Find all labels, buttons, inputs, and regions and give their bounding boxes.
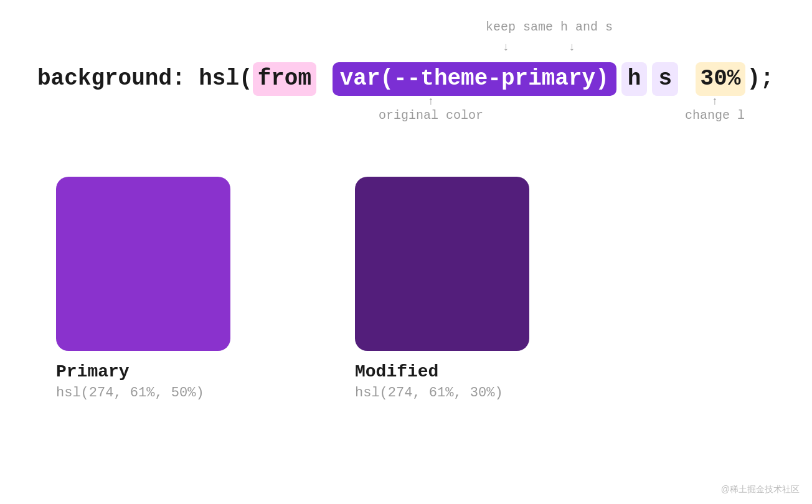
code-30: 30% — [696, 62, 746, 96]
swatch-label-modified: Modified — [355, 362, 529, 381]
annotation-change-text: change l — [685, 108, 745, 123]
swatch-modified: Modified hsl(274, 61%, 30%) — [355, 177, 529, 401]
annotation-above-text: keep same h and s — [486, 20, 613, 34]
watermark: @稀土掘金技术社区 — [721, 484, 800, 495]
swatch-value-primary: hsl(274, 61%, 50%) — [56, 385, 230, 401]
arrow-down-h: ↓ — [503, 41, 509, 54]
annotation-original-text: original color — [379, 108, 483, 123]
swatch-box-primary — [56, 177, 230, 351]
code-var: var(--theme-primary) — [333, 62, 616, 96]
arrow-down-s: ↓ — [569, 41, 575, 54]
swatch-value-modified: hsl(274, 61%, 30%) — [355, 385, 529, 401]
code-section: keep same h and s ↓ ↓ background: hsl( f… — [37, 19, 775, 139]
code-line: background: hsl( from var(--theme-primar… — [37, 62, 775, 96]
swatch-box-modified — [355, 177, 529, 351]
main-container: keep same h and s ↓ ↓ background: hsl( f… — [0, 0, 812, 504]
arrow-up-original: ↑ — [428, 96, 435, 107]
swatches-section: Primary hsl(274, 61%, 50%) Modified hsl(… — [37, 177, 529, 401]
swatch-label-primary: Primary — [56, 362, 230, 381]
annotation-original: ↑ original color — [379, 96, 483, 123]
annotation-change: ↑ change l — [685, 96, 745, 123]
swatch-primary: Primary hsl(274, 61%, 50%) — [56, 177, 230, 401]
code-part1: background: hsl( — [37, 63, 253, 95]
below-annotation-wrapper: ↑ original color ↑ change l — [37, 96, 775, 139]
above-annotation-wrapper: keep same h and s ↓ ↓ — [37, 19, 775, 62]
code-end: ); — [747, 63, 773, 95]
arrow-up-change: ↑ — [712, 96, 719, 107]
code-h: h — [621, 62, 648, 96]
code-s: s — [652, 62, 678, 96]
code-from: from — [253, 62, 316, 96]
